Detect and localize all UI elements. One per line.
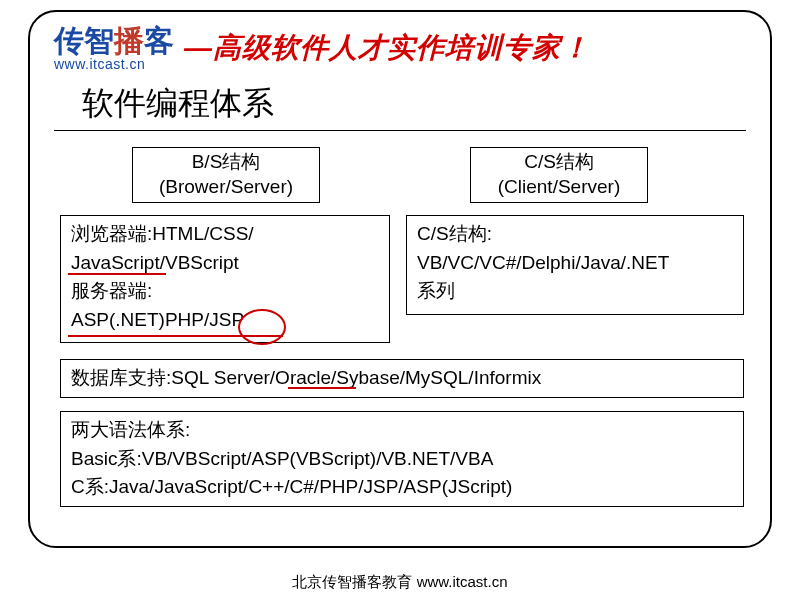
bs-header-line1: B/S结构 [143,150,309,175]
title-underline [54,130,746,131]
bs-header-line2: (Brower/Server) [143,175,309,200]
cs-body-suffix: 系列 [417,277,733,306]
bs-header-box: B/S结构 (Brower/Server) [132,147,320,202]
bs-body-box: 浏览器端:HTML/CSS/ JavaScript/VBScript 服务器端:… [60,215,390,343]
logo: 传智播客 www.itcast.cn [54,24,174,72]
cs-body-label: C/S结构: [417,220,733,249]
underline-oracle [288,387,356,389]
cs-header-line2: (Client/Server) [481,175,637,200]
db-tech: SQL Server/Oracle/Sybase/MySQL/Informix [171,367,541,388]
underline-javascript [68,273,166,275]
syntax-c: C系:Java/JavaScript/C++/C#/PHP/JSP/ASP(JS… [71,473,733,502]
bs-browser-tech: HTML/CSS/ [152,223,253,244]
cs-header-line1: C/S结构 [481,150,637,175]
logo-char: 客 [144,24,174,57]
footer: 北京传智播客教育 www.itcast.cn [0,573,800,592]
db-label: 数据库支持: [71,367,171,388]
logo-char: 播 [114,24,144,57]
slogan: —高级软件人才实作培训专家！ [184,29,590,67]
logo-url: www.itcast.cn [54,57,174,72]
logo-char: 智 [84,24,114,57]
syntax-label: 两大语法体系: [71,416,733,445]
cs-body-box: C/S结构: VB/VC/VC#/Delphi/Java/.NET 系列 [406,215,744,315]
logo-text: 传智播客 [54,24,174,57]
syntax-basic: Basic系:VB/VBScript/ASP(VBScript)/VB.NET/… [71,445,733,474]
bs-browser-label: 浏览器端: [71,223,152,244]
diagram-area: B/S结构 (Brower/Server) C/S结构 (Client/Serv… [54,147,746,527]
bs-server-label: 服务器端: [71,277,379,306]
header: 传智播客 www.itcast.cn —高级软件人才实作培训专家！ [54,24,746,72]
bs-browser-line: 浏览器端:HTML/CSS/ [71,220,379,249]
logo-char: 传 [54,24,84,57]
page-title: 软件编程体系 [82,82,746,126]
bs-server-tech: ASP(.NET)PHP/JSP [71,306,379,335]
db-box: 数据库支持:SQL Server/Oracle/Sybase/MySQL/Inf… [60,359,744,398]
cs-header-box: C/S结构 (Client/Server) [470,147,648,202]
slide-frame: 传智播客 www.itcast.cn —高级软件人才实作培训专家！ 软件编程体系… [28,10,772,548]
cs-body-tech: VB/VC/VC#/Delphi/Java/.NET [417,249,733,278]
syntax-box: 两大语法体系: Basic系:VB/VBScript/ASP(VBScript)… [60,411,744,507]
